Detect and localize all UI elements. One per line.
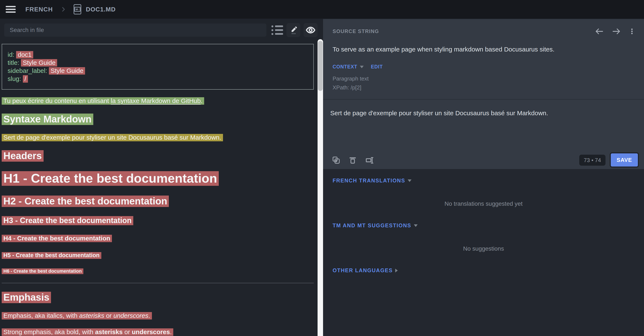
other-languages-label: OTHER LANGUAGES: [332, 267, 393, 273]
pencil-icon: [289, 26, 298, 35]
french-translations-label: FRENCH TRANSLATIONS: [332, 178, 405, 184]
highlight-mode-button[interactable]: [286, 23, 300, 37]
source-string-section: SOURCE STRING To serve as an example pag…: [323, 19, 644, 169]
selected-string[interactable]: Sert de page d'exemple pour styliser un …: [2, 134, 223, 141]
kebab-menu-icon: [628, 27, 636, 36]
edit-context-button[interactable]: EDIT: [371, 64, 383, 70]
source-string-header: SOURCE STRING: [332, 27, 636, 36]
untranslated-string[interactable]: H2 - Create the best documentation: [2, 196, 169, 207]
untranslated-string[interactable]: H6 - Create the best documentation: [2, 268, 83, 274]
text-cursor-icon: [365, 156, 374, 164]
preview-mode-button[interactable]: [304, 23, 318, 37]
chevron-down-icon: [414, 224, 418, 227]
next-string-button[interactable]: [612, 27, 621, 36]
doc-heading2: Headers: [2, 150, 318, 162]
tm-mt-suggestions-label: TM AND MT SUGGESTIONS: [332, 222, 411, 229]
doc-heading2: Syntaxe Markdown: [2, 113, 318, 125]
tm-empty-state: No suggestions: [323, 245, 644, 252]
doc-heading6: H6 - Create the best documentation: [2, 268, 318, 274]
menu-icon[interactable]: [6, 5, 16, 14]
frontmatter-block: id: doc1 title: Style Guide sidebar_labe…: [2, 44, 314, 90]
translation-input[interactable]: Sert de page d'exemple pour styliser un …: [330, 109, 631, 151]
doc-heading3: H3 - Create the best documentation: [2, 216, 318, 225]
breadcrumb-file: DOC1.MD: [86, 6, 116, 13]
markdown-file-icon: M↓: [74, 4, 81, 15]
save-button[interactable]: SAVE: [611, 153, 638, 166]
untranslated-string[interactable]: H4 - Create the best documentation: [2, 235, 112, 242]
translation-panel: SOURCE STRING To serve as an example pag…: [323, 19, 644, 336]
scrollbar[interactable]: [318, 39, 323, 336]
untranslated-string[interactable]: /: [23, 75, 28, 83]
untranslated-string[interactable]: H5 - Create the best documentation: [2, 252, 101, 259]
chevron-down-icon: [360, 66, 364, 68]
translated-string[interactable]: Tu peux écrire du contenu en utilisant l…: [2, 97, 204, 105]
translations-empty-state: No translations suggested yet: [323, 200, 644, 207]
untranslated-string[interactable]: H3 - Create the best documentation: [2, 216, 133, 225]
untranslated-string[interactable]: doc1: [16, 51, 33, 59]
frontmatter-line: sidebar_label: Style Guide: [8, 67, 308, 75]
doc-heading2: H2 - Create the best documentation: [2, 195, 318, 207]
section-divider: [323, 99, 644, 100]
tm-mt-suggestions-header[interactable]: TM AND MT SUGGESTIONS: [332, 222, 418, 229]
arrow-right-icon: [612, 27, 621, 36]
document-preview: id: doc1 title: Style Guide sidebar_labe…: [0, 44, 318, 336]
eye-icon: [306, 25, 316, 35]
untranslated-string[interactable]: Headers: [2, 150, 44, 162]
frontmatter-line: id: doc1: [8, 51, 308, 59]
doc-paragraph: Strong emphasis, aka bold, with asterisk…: [2, 328, 318, 336]
untranslated-string[interactable]: Style Guide: [49, 67, 85, 75]
document-panel: id: doc1 title: Style Guide sidebar_labe…: [0, 19, 318, 336]
chevron-down-icon: [408, 180, 412, 182]
translation-toolbar: [332, 156, 382, 164]
frontmatter-line: slug: /: [8, 75, 308, 83]
context-row: CONTEXT EDIT: [332, 64, 383, 70]
suggestions-section: FRENCH TRANSLATIONS No translations sugg…: [323, 169, 644, 336]
search-input[interactable]: [4, 24, 266, 37]
select-text-button[interactable]: [365, 156, 374, 164]
arrow-left-icon: [594, 27, 604, 36]
breadcrumb-project[interactable]: FRENCH: [26, 6, 53, 13]
context-toggle[interactable]: CONTEXT: [332, 64, 357, 70]
french-translations-header[interactable]: FRENCH TRANSLATIONS: [332, 178, 412, 184]
source-string-title: SOURCE STRING: [332, 28, 379, 34]
untranslated-string[interactable]: Strong emphasis, aka bold, with asterisk…: [2, 328, 173, 336]
topbar: FRENCH M↓ DOC1.MD: [0, 0, 644, 19]
untranslated-string[interactable]: H1 - Create the best documentation: [2, 171, 219, 186]
doc-paragraph: Sert de page d'exemple pour styliser un …: [2, 133, 318, 141]
char-counter: 73 • 74: [579, 155, 606, 166]
doc-paragraph: Tu peux écrire du contenu en utilisant l…: [2, 97, 318, 105]
translated-string[interactable]: Syntaxe Markdown: [2, 114, 93, 125]
translation-editor: FRENCH M↓ DOC1.MD: [0, 0, 644, 336]
more-options-button[interactable]: [628, 27, 636, 36]
chevron-right-icon: [395, 269, 398, 272]
copy-icon: [332, 156, 340, 164]
doc-heading5: H5 - Create the best documentation: [2, 251, 318, 259]
source-string-text: To serve as an example page when styling…: [332, 45, 631, 53]
search-row: [0, 19, 318, 37]
other-languages-header[interactable]: OTHER LANGUAGES: [332, 267, 398, 273]
untranslated-string[interactable]: Style Guide: [21, 59, 57, 67]
previous-string-button[interactable]: [594, 27, 604, 36]
doc-heading2: Emphasis: [2, 291, 318, 303]
doc-link: la syntaxe Markdown de GitHub: [111, 97, 201, 104]
strings-list-icon[interactable]: [272, 24, 283, 37]
doc-paragraph: Emphasis, aka italics, with asterisks or…: [2, 312, 318, 319]
untranslated-string[interactable]: Emphasis, aka italics, with asterisks or…: [2, 312, 152, 319]
trash-icon: [348, 156, 357, 164]
doc-heading4: H4 - Create the best documentation: [2, 234, 318, 243]
delete-translation-button[interactable]: [348, 156, 357, 164]
context-type: Paragraph text: [332, 75, 369, 82]
doc-heading1: H1 - Create the best documentation: [2, 170, 318, 187]
breadcrumb-chevron-icon: [60, 6, 66, 13]
horizontal-rule: [2, 283, 314, 283]
copy-source-button[interactable]: [332, 156, 340, 164]
untranslated-string[interactable]: Emphasis: [2, 292, 51, 303]
context-xpath: XPath: /p[2]: [332, 84, 361, 91]
scrollbar-thumb[interactable]: [318, 41, 323, 91]
frontmatter-line: title: Style Guide: [8, 59, 308, 67]
